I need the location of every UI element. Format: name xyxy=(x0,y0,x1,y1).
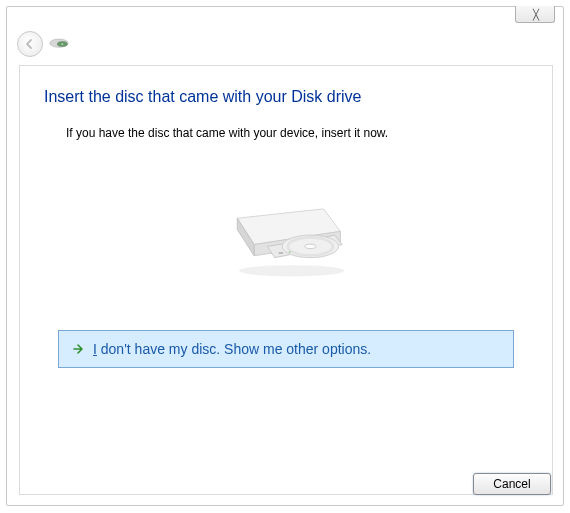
disc-drive-illustration xyxy=(44,172,528,302)
no-disc-option-label: I don't have my disc. Show me other opti… xyxy=(93,341,371,357)
drive-icon xyxy=(49,37,69,51)
svg-point-9 xyxy=(239,265,344,276)
svg-point-2 xyxy=(61,44,63,45)
svg-point-8 xyxy=(289,251,291,253)
page-heading: Insert the disc that came with your Disk… xyxy=(44,88,528,106)
arrow-right-icon xyxy=(71,342,85,356)
back-arrow-icon xyxy=(24,38,36,50)
footer: Cancel xyxy=(473,473,551,495)
cancel-button[interactable]: Cancel xyxy=(473,473,551,495)
instruction-text: If you have the disc that came with your… xyxy=(66,126,528,140)
close-icon: ╳ xyxy=(533,9,538,20)
close-button[interactable]: ╳ xyxy=(515,6,555,23)
content-panel: Insert the disc that came with your Disk… xyxy=(19,65,553,495)
svg-point-6 xyxy=(305,244,316,249)
svg-rect-7 xyxy=(279,252,284,254)
toolbar xyxy=(17,31,69,57)
wizard-window: ╳ Insert the disc that came with your Di… xyxy=(6,6,564,506)
back-button[interactable] xyxy=(17,31,43,57)
no-disc-option[interactable]: I don't have my disc. Show me other opti… xyxy=(58,330,514,368)
